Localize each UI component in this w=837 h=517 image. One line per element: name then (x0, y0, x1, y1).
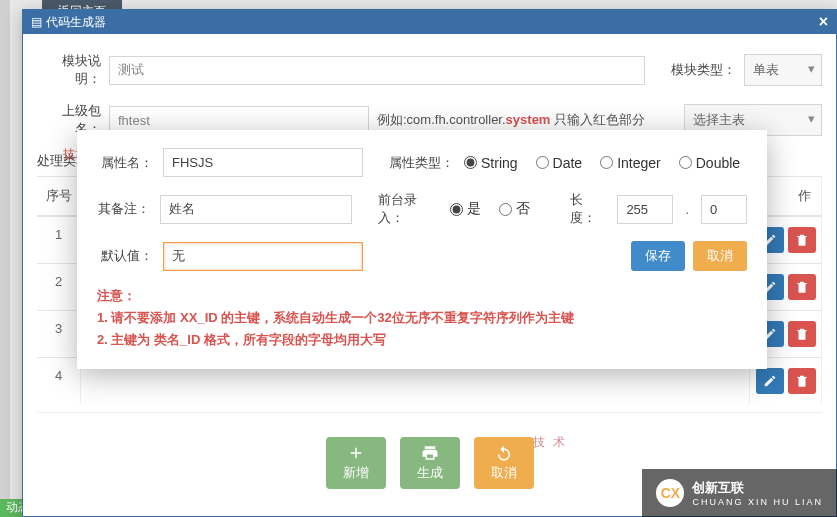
small-watermark: 技术 (533, 434, 573, 451)
close-icon[interactable]: × (819, 10, 828, 34)
length-label: 长度： (570, 191, 607, 227)
radio-no[interactable]: 否 (499, 200, 530, 218)
remark-label: 其备注： (97, 200, 150, 218)
module-type-label: 模块类型： (671, 61, 736, 79)
delete-button[interactable] (788, 274, 816, 300)
attr-type-label: 属性类型： (389, 154, 454, 172)
notice-block: 注意： 1. 请不要添加 XX_ID 的主键，系统自动生成一个32位无序不重复字… (97, 285, 747, 351)
col-seq-header: 序号 (37, 177, 81, 215)
logo-icon: CX (656, 479, 684, 507)
radio-yes[interactable]: 是 (450, 200, 481, 218)
modal-title: 代码生成器 (46, 10, 106, 34)
front-input-label: 前台录入： (378, 191, 440, 227)
undo-icon (495, 444, 513, 462)
radio-double[interactable]: Double (679, 155, 740, 171)
print-icon (421, 444, 439, 462)
decimal-input[interactable] (701, 195, 747, 224)
default-label: 默认值： (97, 247, 153, 265)
radio-date[interactable]: Date (536, 155, 583, 171)
edit-button[interactable] (756, 368, 784, 394)
delete-button[interactable] (788, 368, 816, 394)
delete-button[interactable] (788, 227, 816, 253)
package-hint: 例如:com.fh.controller.system 只输入红色部分 (377, 111, 645, 129)
plus-icon (347, 444, 365, 462)
cancel-button[interactable]: 取消 (474, 437, 534, 489)
attr-type-radio-group: String Date Integer Double (464, 155, 740, 171)
dialog-cancel-button[interactable]: 取消 (693, 241, 747, 271)
brand-logo: CX 创新互联 CHUANG XIN HU LIAN (642, 469, 837, 517)
attribute-dialog: 属性名： 属性类型： String Date Integer Double 其备… (77, 130, 767, 369)
radio-integer[interactable]: Integer (600, 155, 661, 171)
attr-name-input[interactable] (163, 148, 363, 177)
list-icon: ▤ (31, 10, 42, 34)
module-desc-label: 模块说明： (37, 52, 101, 88)
default-input[interactable] (163, 242, 363, 271)
add-button[interactable]: 新增 (326, 437, 386, 489)
length-input[interactable] (617, 195, 673, 224)
module-type-select[interactable]: 单表 (744, 54, 822, 86)
decimal-separator: . (685, 202, 689, 217)
remark-input[interactable] (160, 195, 352, 224)
module-desc-input[interactable] (109, 56, 645, 85)
delete-button[interactable] (788, 321, 816, 347)
radio-string[interactable]: String (464, 155, 518, 171)
generate-button[interactable]: 生成 (400, 437, 460, 489)
attr-name-label: 属性名： (97, 154, 153, 172)
dialog-save-button[interactable]: 保存 (631, 241, 685, 271)
